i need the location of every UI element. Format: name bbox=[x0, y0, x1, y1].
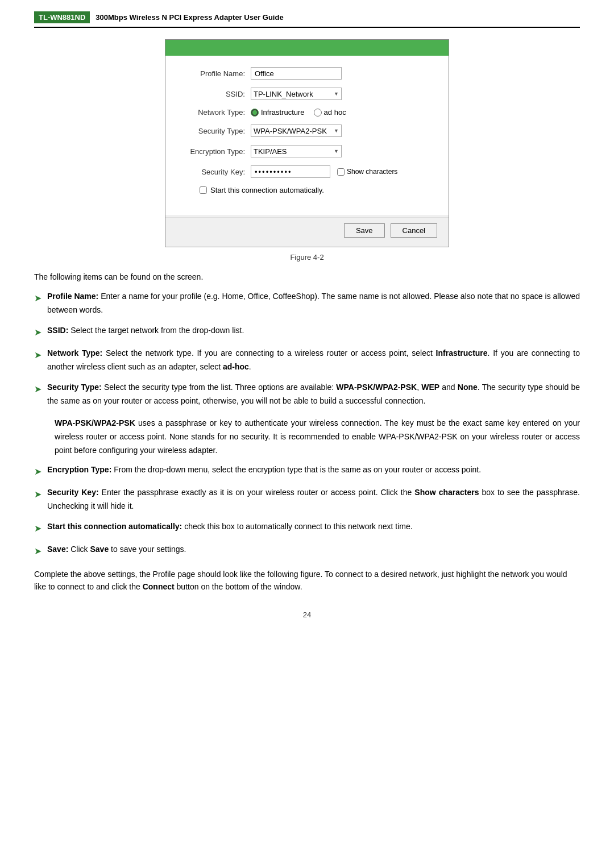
bullet-term: Security Type: bbox=[47, 383, 102, 392]
adhoc-radio-label[interactable]: ad hoc bbox=[314, 108, 346, 117]
list-item: ➤ Save: Click Save to save your settings… bbox=[34, 543, 580, 559]
dialog-titlebar bbox=[165, 40, 449, 56]
network-type-row: Network Type: Infrastructure ad hoc bbox=[182, 108, 432, 117]
security-key-input[interactable] bbox=[251, 165, 330, 178]
profile-name-control bbox=[251, 67, 432, 80]
header-title: 300Mbps Wireless N PCI Express Adapter U… bbox=[96, 13, 283, 22]
encryption-type-select-wrapper: TKIP/AES TKIP AES bbox=[251, 145, 342, 157]
bullet-arrow-icon: ➤ bbox=[34, 347, 42, 363]
encryption-type-row: Encryption Type: TKIP/AES TKIP AES bbox=[182, 145, 432, 157]
list-item: ➤ Start this connection automatically: c… bbox=[34, 520, 580, 536]
none-bold: None bbox=[458, 383, 478, 392]
bullet-arrow-icon: ➤ bbox=[34, 487, 42, 502]
bullet-term: Start this connection automatically: bbox=[47, 522, 182, 531]
list-item: ➤ SSID: Select the target network from t… bbox=[34, 324, 580, 340]
list-item: ➤ Network Type: Select the network type.… bbox=[34, 347, 580, 374]
security-type-row: Security Type: WPA-PSK/WPA2-PSK WEP None bbox=[182, 124, 432, 137]
show-characters-label[interactable]: Show characters bbox=[337, 168, 397, 176]
infrastructure-bold: Infrastructure bbox=[436, 348, 488, 358]
connect-bold: Connect bbox=[143, 582, 175, 591]
list-item: ➤ Security Type: Select the security typ… bbox=[34, 381, 580, 408]
encryption-type-control: TKIP/AES TKIP AES bbox=[251, 145, 432, 157]
bullet-content: Encryption Type: From the drop-down menu… bbox=[47, 463, 580, 477]
bullet-content: Security Type: Select the security type … bbox=[47, 381, 580, 408]
wpa-bold-term: WPA-PSK/WPA2-PSK bbox=[55, 418, 135, 427]
bullet-term: Profile Name: bbox=[47, 292, 98, 301]
bullet-arrow-icon: ➤ bbox=[34, 543, 42, 559]
intro-text: The following items can be found on the … bbox=[34, 271, 580, 283]
security-type-select-wrapper: WPA-PSK/WPA2-PSK WEP None bbox=[251, 124, 342, 137]
auto-connect-label[interactable]: Start this connection automatically. bbox=[200, 186, 324, 194]
dialog-title-text bbox=[171, 44, 173, 52]
bullet-term: Security Key: bbox=[47, 488, 99, 497]
security-type-control: WPA-PSK/WPA2-PSK WEP None bbox=[251, 124, 432, 137]
security-key-row: Security Key: Show characters bbox=[182, 165, 432, 178]
page-header: TL-WN881ND 300Mbps Wireless N PCI Expres… bbox=[34, 11, 580, 28]
model-badge: TL-WN881ND bbox=[34, 11, 90, 23]
security-key-control: Show characters bbox=[251, 165, 432, 178]
ssid-row: SSID: TP-LINK_Network bbox=[182, 88, 432, 100]
list-item: ➤ Security Key: Enter the passphrase exa… bbox=[34, 486, 580, 513]
show-characters-text: Show characters bbox=[347, 168, 397, 176]
cancel-button[interactable]: Cancel bbox=[391, 223, 437, 238]
wep-bold: WEP bbox=[421, 383, 439, 392]
infrastructure-radio-text: Infrastructure bbox=[261, 108, 305, 117]
network-type-control: Infrastructure ad hoc bbox=[251, 108, 432, 117]
dialog-footer: Save Cancel bbox=[165, 217, 449, 247]
ssid-control: TP-LINK_Network bbox=[251, 88, 432, 100]
profile-name-input[interactable] bbox=[251, 67, 342, 80]
security-key-label: Security Key: bbox=[182, 168, 251, 176]
bullet-content: Save: Click Save to save your settings. bbox=[47, 543, 580, 556]
bullet-list-2: ➤ Encryption Type: From the drop-down me… bbox=[34, 463, 580, 559]
adhoc-radio[interactable] bbox=[314, 109, 322, 117]
save-button[interactable]: Save bbox=[344, 223, 385, 238]
list-item: ➤ Profile Name: Enter a name for your pr… bbox=[34, 290, 580, 317]
profile-name-row: Profile Name: bbox=[182, 67, 432, 80]
bullet-content: Security Key: Enter the passphrase exact… bbox=[47, 486, 580, 513]
bullet-content: Profile Name: Enter a name for your prof… bbox=[47, 290, 580, 317]
bullet-arrow-icon: ➤ bbox=[34, 325, 42, 340]
infrastructure-radio-label[interactable]: Infrastructure bbox=[251, 108, 305, 117]
show-chars-bold: Show characters bbox=[414, 488, 479, 497]
show-characters-checkbox[interactable] bbox=[337, 168, 345, 176]
infrastructure-radio[interactable] bbox=[251, 109, 259, 117]
ssid-select-wrapper: TP-LINK_Network bbox=[251, 88, 342, 100]
adhoc-bold: ad-hoc bbox=[223, 362, 249, 371]
bullet-content: Network Type: Select the network type. I… bbox=[47, 347, 580, 374]
wpa-bold: WPA-PSK/WPA2-PSK bbox=[336, 383, 417, 392]
wpa-paragraph: WPA-PSK/WPA2-PSK uses a passphrase or ke… bbox=[55, 417, 580, 457]
page-number: 24 bbox=[34, 610, 580, 619]
figure-caption: Figure 4-2 bbox=[34, 253, 580, 261]
bullet-content: SSID: Select the target network from the… bbox=[47, 324, 580, 338]
bullet-arrow-icon: ➤ bbox=[34, 464, 42, 479]
list-item: ➤ Encryption Type: From the drop-down me… bbox=[34, 463, 580, 479]
bullet-arrow-icon: ➤ bbox=[34, 521, 42, 536]
encryption-type-select[interactable]: TKIP/AES TKIP AES bbox=[251, 145, 342, 157]
dialog-container: Profile Name: SSID: TP-LINK_Network bbox=[34, 39, 580, 247]
network-type-label: Network Type: bbox=[182, 108, 251, 117]
bullet-list: ➤ Profile Name: Enter a name for your pr… bbox=[34, 290, 580, 408]
bullet-arrow-icon: ➤ bbox=[34, 290, 42, 306]
encryption-type-label: Encryption Type: bbox=[182, 147, 251, 156]
auto-connect-row: Start this connection automatically. bbox=[182, 186, 432, 194]
security-type-select[interactable]: WPA-PSK/WPA2-PSK WEP None bbox=[251, 124, 342, 137]
bullet-term: Save: bbox=[47, 545, 68, 554]
conclusion-paragraph: Complete the above settings, the Profile… bbox=[34, 568, 580, 593]
adhoc-radio-text: ad hoc bbox=[324, 108, 346, 117]
profile-name-label: Profile Name: bbox=[182, 69, 251, 78]
save-bold: Save bbox=[90, 545, 109, 554]
network-type-radio-group: Infrastructure ad hoc bbox=[251, 108, 346, 117]
dialog-box: Profile Name: SSID: TP-LINK_Network bbox=[165, 39, 449, 247]
bullet-arrow-icon: ➤ bbox=[34, 381, 42, 397]
auto-connect-checkbox[interactable] bbox=[200, 186, 207, 194]
bullet-term: SSID: bbox=[47, 326, 68, 335]
ssid-select[interactable]: TP-LINK_Network bbox=[251, 88, 342, 100]
ssid-label: SSID: bbox=[182, 90, 251, 98]
security-type-label: Security Type: bbox=[182, 127, 251, 135]
bullet-term: Encryption Type: bbox=[47, 465, 111, 474]
dialog-body: Profile Name: SSID: TP-LINK_Network bbox=[165, 56, 449, 215]
bullet-term: Network Type: bbox=[47, 348, 102, 358]
bullet-content: Start this connection automatically: che… bbox=[47, 520, 580, 534]
auto-connect-text: Start this connection automatically. bbox=[210, 186, 324, 194]
